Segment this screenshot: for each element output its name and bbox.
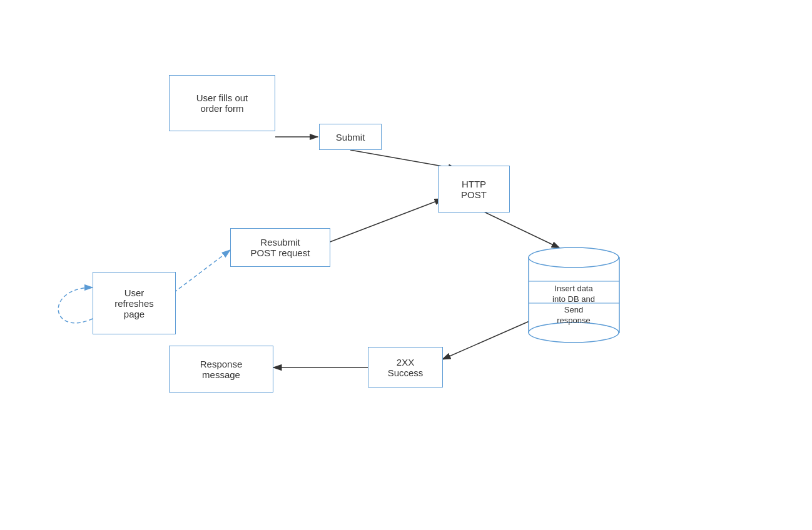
user-refreshes-node: User refreshes page [93, 272, 176, 334]
svg-point-11 [529, 322, 619, 342]
user-form-label: User fills out order form [196, 92, 248, 114]
svg-line-5 [328, 199, 443, 242]
diagram-container: User fills out order form Submit HTTP PO… [0, 0, 812, 530]
svg-line-7 [442, 319, 535, 359]
http-post-label: HTTP POST [461, 179, 487, 200]
response-message-label: Response message [200, 359, 243, 380]
db-svg: Insert data into DB and Send response [525, 244, 622, 347]
resubmit-node: Resubmit POST request [230, 228, 330, 267]
submit-label: Submit [336, 132, 365, 142]
http-post-node: HTTP POST [438, 166, 510, 212]
svg-point-10 [529, 248, 619, 268]
svg-line-6 [174, 250, 230, 292]
svg-text:into DB and: into DB and [552, 294, 595, 304]
submit-node: Submit [319, 124, 382, 150]
success-label: 2XX Success [388, 357, 424, 378]
svg-text:Send: Send [564, 305, 583, 314]
user-refreshes-label: User refreshes page [114, 288, 154, 319]
db-node: Insert data into DB and Send response [525, 244, 622, 349]
svg-line-4 [472, 206, 560, 248]
svg-text:response: response [557, 316, 590, 325]
user-form-node: User fills out order form [169, 75, 275, 131]
success-node: 2XX Success [368, 347, 443, 388]
svg-text:Insert data: Insert data [554, 284, 593, 293]
resubmit-label: Resubmit POST request [251, 237, 310, 258]
arrows-svg [0, 0, 812, 530]
response-message-node: Response message [169, 346, 273, 392]
